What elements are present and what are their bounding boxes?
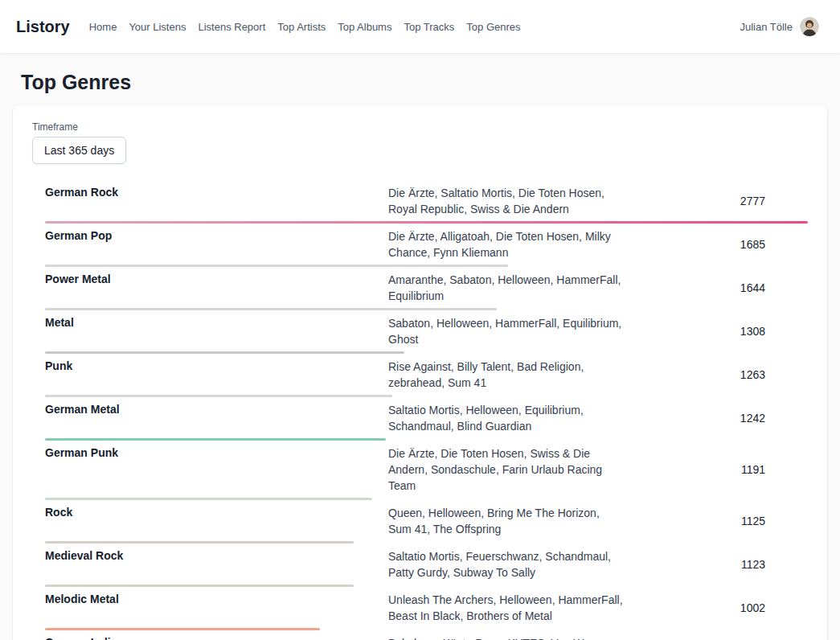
- genre-list: German Rock Die Ärzte, Saltatio Mortis, …: [45, 185, 808, 640]
- genre-artists: Sabaton, Helloween, HammerFall, Equilibr…: [388, 315, 623, 347]
- nav-link-top-tracks[interactable]: Top Tracks: [404, 21, 454, 33]
- genre-name: Power Metal: [45, 272, 388, 285]
- genre-row-main: Power Metal Amaranthe, Sabaton, Hellowee…: [45, 272, 808, 304]
- genre-count: 1191: [623, 463, 808, 476]
- genre-name: Melodic Metal: [45, 592, 388, 605]
- genre-bar-track: [45, 265, 808, 267]
- genre-bar-track: [45, 308, 808, 310]
- genre-row: German Metal Saltatio Mortis, Helloween,…: [45, 402, 808, 441]
- genre-row-main: German Pop Die Ärzte, Alligatoah, Die To…: [45, 228, 808, 261]
- genre-artists: Unleash The Archers, Helloween, HammerFa…: [388, 592, 623, 624]
- genre-count: 1002: [623, 601, 808, 614]
- genre-bar: [45, 395, 392, 397]
- genre-name: Medieval Rock: [45, 548, 388, 562]
- genre-row: Rock Queen, Helloween, Bring Me The Hori…: [45, 505, 808, 544]
- genre-row: Punk Rise Against, Billy Talent, Bad Rel…: [45, 359, 808, 397]
- genre-count: 1242: [623, 412, 808, 425]
- genre-row: Medieval Rock Saltatio Mortis, Feuerschw…: [45, 548, 808, 587]
- navbar: Listory HomeYour ListensListens ReportTo…: [0, 0, 840, 53]
- user-menu: Julian Tölle: [740, 17, 819, 36]
- nav-link-top-albums[interactable]: Top Albums: [338, 21, 391, 33]
- genre-row: German Punk Die Ärzte, Die Toten Hosen, …: [45, 445, 808, 500]
- genre-row-main: Medieval Rock Saltatio Mortis, Feuerschw…: [45, 548, 808, 581]
- genre-artists: Bukahara, Käptn Peng, KYTES, Von Wegen L…: [388, 635, 623, 640]
- genre-row: Power Metal Amaranthe, Sabaton, Hellowee…: [45, 272, 808, 310]
- genre-bar: [45, 541, 354, 544]
- avatar-photo-icon: [800, 17, 819, 36]
- genre-bar: [45, 351, 404, 354]
- nav-link-listens-report[interactable]: Listens Report: [198, 21, 265, 33]
- genre-artists: Queen, Helloween, Bring Me The Horizon, …: [388, 505, 623, 537]
- genre-bar: [45, 585, 354, 587]
- genre-row: Metal Sabaton, Helloween, HammerFall, Eq…: [45, 315, 808, 354]
- genre-count: 2777: [623, 195, 808, 207]
- genre-bar-track: [45, 498, 808, 500]
- genre-bar: [45, 628, 320, 630]
- genre-row-main: German Punk Die Ärzte, Die Toten Hosen, …: [45, 445, 808, 494]
- avatar[interactable]: [800, 17, 819, 36]
- genre-artists: Die Ärzte, Saltatio Mortis, Die Toten Ho…: [388, 185, 623, 217]
- genre-count: 1308: [623, 325, 808, 338]
- top-genres-card: Timeframe Last 365 days German Rock Die …: [13, 105, 827, 640]
- genre-bar-track: [45, 541, 808, 544]
- genre-row-main: Rock Queen, Helloween, Bring Me The Hori…: [45, 505, 808, 537]
- genre-name: Metal: [45, 315, 388, 329]
- genre-row-main: German Rock Die Ärzte, Saltatio Mortis, …: [45, 185, 808, 217]
- genre-bar: [45, 438, 386, 441]
- nav-link-top-genres[interactable]: Top Genres: [466, 21, 520, 33]
- genre-row: German Rock Die Ärzte, Saltatio Mortis, …: [45, 185, 808, 224]
- genre-row: German Pop Die Ärzte, Alligatoah, Die To…: [45, 228, 808, 267]
- genre-count: 1263: [623, 368, 808, 381]
- genre-count: 1644: [623, 281, 808, 294]
- genre-name: German Rock: [45, 185, 388, 199]
- app-logo[interactable]: Listory: [16, 18, 70, 36]
- genre-bar-track: [45, 438, 808, 441]
- genre-name: German Indie: [45, 635, 388, 640]
- genre-row: German Indie Bukahara, Käptn Peng, KYTES…: [45, 635, 808, 640]
- genre-artists: Saltatio Mortis, Feuerschwanz, Schandmau…: [388, 548, 623, 581]
- genre-bar-track: [45, 221, 808, 224]
- timeframe-label: Timeframe: [32, 121, 808, 133]
- genre-name: Rock: [45, 505, 388, 519]
- genre-name: German Punk: [45, 445, 388, 459]
- nav-link-your-listens[interactable]: Your Listens: [129, 21, 186, 33]
- genre-bar: [45, 265, 508, 267]
- genre-row-main: German Indie Bukahara, Käptn Peng, KYTES…: [45, 635, 808, 640]
- genre-artists: Die Ärzte, Alligatoah, Die Toten Hosen, …: [388, 228, 623, 261]
- genre-row-main: Metal Sabaton, Helloween, HammerFall, Eq…: [45, 315, 808, 347]
- genre-artists: Saltatio Mortis, Helloween, Equilibrium,…: [388, 402, 623, 434]
- genre-artists: Die Ärzte, Die Toten Hosen, Swiss & Die …: [388, 445, 623, 494]
- nav-link-home[interactable]: Home: [89, 21, 117, 33]
- genre-bar: [45, 221, 808, 224]
- genre-row-main: German Metal Saltatio Mortis, Helloween,…: [45, 402, 808, 434]
- nav-links: HomeYour ListensListens ReportTop Artist…: [89, 21, 740, 33]
- genre-bar-track: [45, 395, 808, 397]
- nav-link-top-artists[interactable]: Top Artists: [277, 21, 326, 33]
- genre-artists: Amaranthe, Sabaton, Helloween, HammerFal…: [388, 272, 623, 304]
- genre-bar-track: [45, 628, 808, 630]
- genre-name: German Metal: [45, 402, 388, 416]
- genre-row-main: Punk Rise Against, Billy Talent, Bad Rel…: [45, 359, 808, 391]
- genre-bar: [45, 498, 372, 500]
- genre-bar-track: [45, 351, 808, 354]
- timeframe-select[interactable]: Last 365 days: [32, 137, 126, 164]
- genre-row: Melodic Metal Unleash The Archers, Hello…: [45, 592, 808, 630]
- user-name: Julian Tölle: [740, 21, 793, 33]
- genre-count: 1685: [623, 238, 808, 251]
- genre-name: Punk: [45, 359, 388, 372]
- genre-bar-track: [45, 585, 808, 587]
- genre-row-main: Melodic Metal Unleash The Archers, Hello…: [45, 592, 808, 624]
- genre-artists: Rise Against, Billy Talent, Bad Religion…: [388, 359, 623, 391]
- genre-name: German Pop: [45, 228, 388, 242]
- genre-count: 1123: [623, 558, 808, 571]
- genre-bar: [45, 308, 497, 310]
- genre-count: 1125: [623, 515, 808, 527]
- page-title: Top Genres: [21, 71, 840, 94]
